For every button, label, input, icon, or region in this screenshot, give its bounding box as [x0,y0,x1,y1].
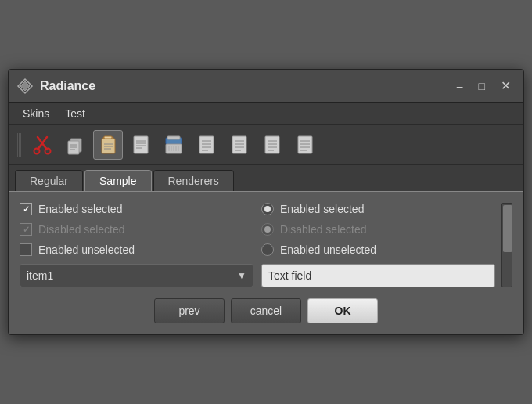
radio-disabled-selected [261,223,274,236]
doc1-button[interactable] [126,130,156,160]
content-area: Enabled selected Enabled selected Disabl… [9,191,523,334]
radio-enabled-selected-row: Enabled selected [261,203,495,215]
tab-sample[interactable]: Sample [84,170,151,191]
dropdown-value: item1 [27,269,237,282]
main-window: Radiance – □ ✕ Skins Test [8,69,524,335]
menu-test[interactable]: Test [57,106,93,121]
window-controls: – □ ✕ [452,78,516,94]
dropdown[interactable]: item1 ▼ [20,264,253,287]
tab-renderers[interactable]: Renderers [153,170,234,191]
close-button[interactable]: ✕ [496,78,516,94]
controls-bottom: item1 ▼ Text field [20,264,495,287]
svg-rect-13 [104,136,112,139]
radio-enabled-selected-label: Enabled selected [280,203,364,215]
app-icon [16,78,34,95]
copy-button[interactable] [60,130,90,160]
radio-enabled-unselected[interactable] [261,243,274,256]
paste-button[interactable] [93,130,123,160]
svg-rect-45 [298,136,312,153]
cancel-button[interactable]: cancel [231,298,301,323]
content-inner: Enabled selected Enabled selected Disabl… [20,203,512,287]
maximize-button[interactable]: □ [474,79,490,93]
titlebar: Radiance – □ ✕ [9,70,523,103]
prev-button[interactable]: prev [154,298,225,323]
controls-grid: Enabled selected Enabled selected Disabl… [20,203,495,256]
shredder-button[interactable] [159,130,189,160]
checkbox-enabled-unselected[interactable] [20,243,32,256]
content-left: Enabled selected Enabled selected Disabl… [20,203,495,287]
checkbox-disabled-selected [20,223,32,236]
ok-button[interactable]: OK [307,298,378,323]
svg-rect-35 [232,136,246,153]
tab-regular[interactable]: Regular [15,170,83,191]
toolbar [9,125,523,165]
scrollbar[interactable] [501,203,512,287]
menu-skins[interactable]: Skins [15,106,57,121]
radio-enabled-unselected-row: Enabled unselected [261,243,495,256]
chevron-down-icon: ▼ [237,270,246,281]
radio-enabled-selected[interactable] [261,203,274,215]
svg-rect-17 [134,136,148,153]
minimize-button[interactable]: – [452,79,468,93]
doc5-button[interactable] [290,130,320,160]
svg-rect-30 [200,136,214,153]
doc3-button[interactable] [225,130,254,160]
radio-disabled-selected-label: Disabled selected [280,223,367,236]
scrollbar-thumb [503,205,512,252]
svg-rect-23 [167,136,180,139]
button-row: prev cancel OK [20,298,512,323]
menubar: Skins Test [9,103,523,125]
svg-rect-40 [265,136,279,153]
window-title: Radiance [40,79,452,93]
doc4-button[interactable] [257,130,287,160]
checkbox-enabled-selected-label: Enabled selected [38,203,122,215]
checkbox-disabled-selected-row: Disabled selected [20,223,253,236]
checkbox-enabled-unselected-row: Enabled unselected [20,243,253,256]
tabbar: Regular Sample Renderers [9,165,523,191]
doc2-button[interactable] [192,130,221,160]
checkbox-enabled-selected[interactable] [20,203,32,215]
cut-button[interactable] [27,130,57,160]
text-field[interactable]: Text field [261,264,495,287]
toolbar-separator [16,133,21,157]
checkbox-enabled-unselected-label: Enabled unselected [38,243,135,256]
checkbox-enabled-selected-row: Enabled selected [20,203,253,215]
radio-enabled-unselected-label: Enabled unselected [280,243,376,256]
checkbox-disabled-selected-label: Disabled selected [38,223,125,236]
radio-disabled-selected-row: Disabled selected [261,223,495,236]
